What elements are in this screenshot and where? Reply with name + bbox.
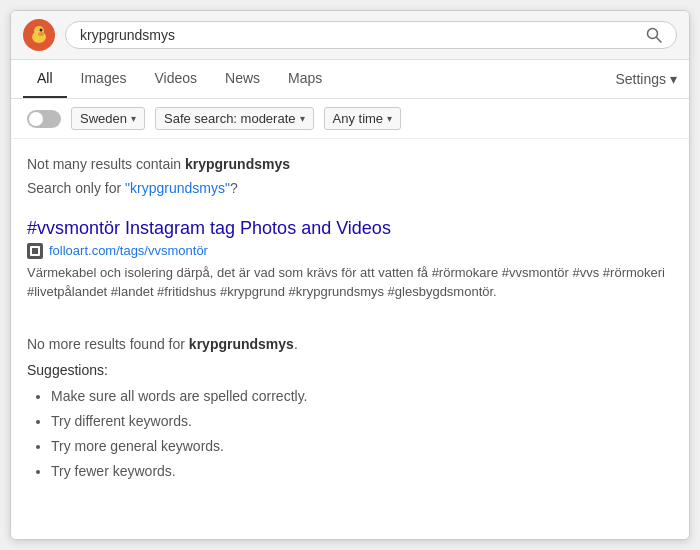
region-chevron-icon: ▾ [131, 113, 136, 124]
not-many-keyword: krypgrundsmys [185, 156, 290, 172]
search-bar[interactable] [65, 21, 677, 49]
suggestion-4: Try fewer keywords. [51, 461, 673, 482]
tab-maps[interactable]: Maps [274, 60, 336, 98]
no-more-results-text: No more results found for krypgrundsmys. [27, 336, 673, 352]
top-bar [11, 11, 689, 60]
time-chevron-icon: ▾ [387, 113, 392, 124]
region-filter[interactable]: Sweden ▾ [71, 107, 145, 130]
result-1-favicon [27, 243, 43, 259]
region-toggle[interactable] [27, 110, 61, 128]
svg-point-3 [40, 29, 43, 32]
suggestion-3: Try more general keywords. [51, 436, 673, 457]
toggle-knob [29, 112, 43, 126]
suggestion-1: Make sure all words are spelled correctl… [51, 386, 673, 407]
result-1-title[interactable]: #vvsmontör Instagram tag Photos and Vide… [27, 218, 673, 239]
not-many-results-text: Not many results contain krypgrundsmys [27, 153, 673, 175]
search-results: Not many results contain krypgrundsmys S… [11, 139, 689, 539]
svg-point-4 [38, 32, 44, 36]
duckduckgo-logo [23, 19, 55, 51]
result-1-url[interactable]: folloart.com/tags/vvsmontör [49, 243, 208, 258]
suggestion-2: Try different keywords. [51, 411, 673, 432]
svg-line-6 [657, 38, 662, 43]
settings-label: Settings [615, 71, 666, 87]
time-filter[interactable]: Any time ▾ [324, 107, 402, 130]
settings-chevron-icon: ▾ [670, 71, 677, 87]
result-1-snippet: Värmekabel och isolering därpå, det är v… [27, 263, 673, 302]
nav-bar: All Images Videos News Maps Settings ▾ [11, 60, 689, 99]
search-button[interactable] [646, 27, 662, 43]
tab-images[interactable]: Images [67, 60, 141, 98]
result-1-url-row: folloart.com/tags/vvsmontör [27, 243, 673, 259]
tab-all[interactable]: All [23, 60, 67, 98]
settings-menu[interactable]: Settings ▾ [615, 71, 677, 87]
safe-search-filter[interactable]: Safe search: moderate ▾ [155, 107, 314, 130]
search-only-link[interactable]: "krypgrundsmys" [125, 180, 230, 196]
search-icon [646, 27, 662, 43]
safe-search-chevron-icon: ▾ [300, 113, 305, 124]
nav-tabs: All Images Videos News Maps [23, 60, 336, 98]
search-result-1: #vvsmontör Instagram tag Photos and Vide… [27, 218, 673, 302]
tab-videos[interactable]: Videos [140, 60, 211, 98]
filter-bar: Sweden ▾ Safe search: moderate ▾ Any tim… [11, 99, 689, 139]
region-label: Sweden [80, 111, 127, 126]
browser-window: All Images Videos News Maps Settings ▾ S… [10, 10, 690, 540]
time-label: Any time [333, 111, 384, 126]
safe-search-label: Safe search: moderate [164, 111, 296, 126]
tab-news[interactable]: News [211, 60, 274, 98]
suggestions-list: Make sure all words are spelled correctl… [27, 386, 673, 482]
no-more-keyword: krypgrundsmys [189, 336, 294, 352]
search-only-text: Search only for "krypgrundsmys"? [27, 177, 673, 199]
spacer [27, 310, 673, 326]
search-input[interactable] [80, 27, 638, 43]
duck-svg [25, 21, 53, 49]
suggestions-title: Suggestions: [27, 362, 673, 378]
